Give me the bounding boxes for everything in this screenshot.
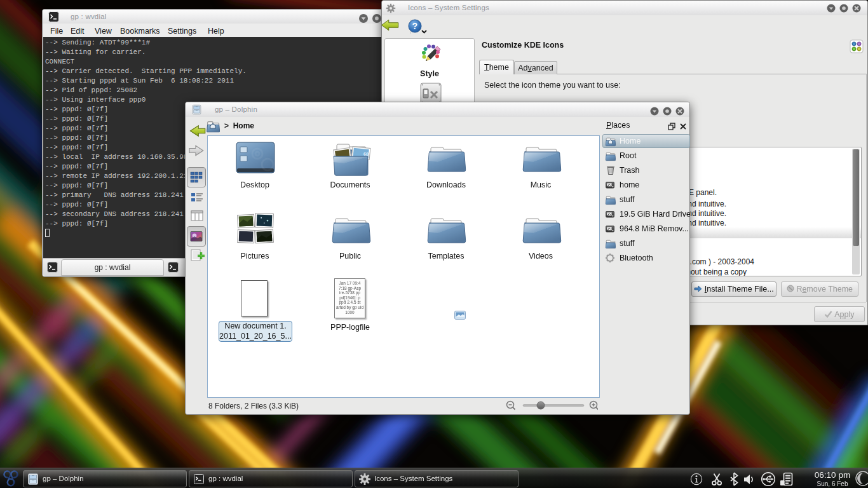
svg-text:60: 60 xyxy=(363,151,369,156)
svg-text:?: ? xyxy=(412,21,418,31)
